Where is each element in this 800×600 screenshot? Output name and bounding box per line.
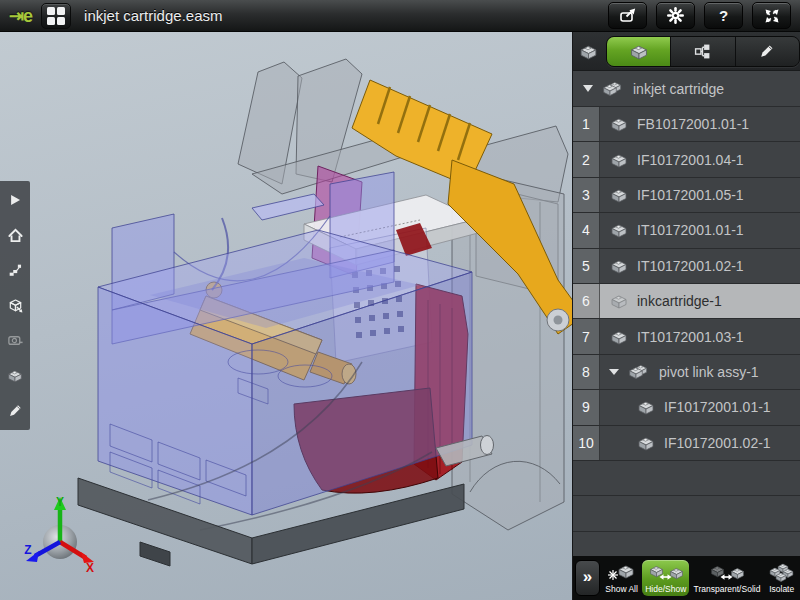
collapse-panel-button[interactable]: » xyxy=(575,560,600,596)
grid-dot xyxy=(47,7,55,15)
help-icon: ? xyxy=(719,7,728,24)
help-button[interactable]: ? xyxy=(704,2,743,29)
component-tree: inkjet cartridge 1 FB10172001.01-1 2 IF1… xyxy=(573,71,800,556)
components-panel: inkjet cartridge 1 FB10172001.01-1 2 IF1… xyxy=(572,32,800,600)
top-bar-actions: ? xyxy=(608,2,791,29)
row-number: 9 xyxy=(573,390,600,424)
components-button[interactable] xyxy=(6,367,24,385)
actions-group: Show All Hide/Show xyxy=(601,560,800,596)
tree-row[interactable]: 4 IT10172001.01-1 xyxy=(573,213,800,248)
explode-view-button[interactable] xyxy=(6,296,24,314)
row-number: 10 xyxy=(573,426,600,460)
home-view-button[interactable] xyxy=(6,226,24,244)
part-label: IF10172001.05-1 xyxy=(637,187,744,203)
row-number: 6 xyxy=(573,284,600,318)
part-label: IT10172001.03-1 xyxy=(637,329,744,345)
grid-dot xyxy=(47,17,55,25)
disclosure-triangle-icon[interactable] xyxy=(609,369,619,375)
empty-row xyxy=(573,461,800,497)
tree-row-child[interactable]: 9 IF10172001.01-1 xyxy=(573,390,800,425)
part-label: IT10172001.01-1 xyxy=(637,222,744,238)
grid-dot xyxy=(57,7,65,15)
double-chevron-icon: » xyxy=(583,567,592,587)
action-label: Hide/Show xyxy=(645,584,686,594)
part-label: IF10172001.01-1 xyxy=(664,399,771,415)
top-bar: ⇥e inkjet cartridge.easm xyxy=(0,0,800,32)
markup-tab-icon xyxy=(759,43,775,59)
part-icon xyxy=(609,152,629,168)
part-icon-hidden xyxy=(609,293,629,309)
fullscreen-button[interactable] xyxy=(752,2,791,29)
tree-row-child[interactable]: 10 IF10172001.02-1 xyxy=(573,426,800,461)
tree-row[interactable]: 5 IT10172001.02-1 xyxy=(573,249,800,284)
part-label: IT10172001.02-1 xyxy=(637,258,744,274)
panel-tabs xyxy=(606,36,800,67)
components-brick-icon xyxy=(578,43,599,60)
home-icon xyxy=(7,227,24,244)
tree-view-tab-icon xyxy=(694,43,711,60)
part-icon xyxy=(636,399,656,415)
part-icon xyxy=(609,116,629,132)
edrawings-logo: ⇥e xyxy=(9,5,32,27)
fullscreen-icon xyxy=(764,8,780,24)
markup-button[interactable] xyxy=(6,402,24,420)
step-through-button[interactable] xyxy=(6,261,24,279)
part-label: IF10172001.02-1 xyxy=(664,435,771,451)
tree-row[interactable]: 8 pivot link assy-1 xyxy=(573,355,800,390)
play-button[interactable] xyxy=(6,191,24,209)
disclosure-triangle-icon[interactable] xyxy=(583,85,593,92)
empty-row xyxy=(573,532,800,556)
part-icon xyxy=(609,222,629,238)
tree-row[interactable]: 7 IT10172001.03-1 xyxy=(573,319,800,354)
display-actions-bar: » Show All xyxy=(573,556,800,600)
tree-root-label: inkjet cartridge xyxy=(633,81,724,97)
play-icon xyxy=(8,193,22,207)
share-button[interactable] xyxy=(608,2,647,29)
action-label: Show All xyxy=(605,584,638,594)
share-icon xyxy=(619,8,637,23)
row-number: 1 xyxy=(573,107,600,141)
measure-button[interactable] xyxy=(6,332,24,350)
part-label: IF10172001.04-1 xyxy=(637,152,744,168)
tab-markup[interactable] xyxy=(736,37,799,66)
tree-row-selected[interactable]: 6 inkcartridge-1 xyxy=(573,284,800,319)
tab-components[interactable] xyxy=(607,37,671,66)
show-all-icon xyxy=(607,562,637,583)
tree-root-row[interactable]: inkjet cartridge xyxy=(573,71,800,107)
axis-triad: Y X Z xyxy=(22,492,98,584)
document-title: inkjet cartridge.easm xyxy=(84,7,222,24)
components-icon xyxy=(6,368,24,383)
triad-x-label: X xyxy=(86,561,94,575)
step-through-icon xyxy=(7,262,23,278)
transparent-solid-icon xyxy=(709,562,745,583)
part-label: inkcartridge-1 xyxy=(637,293,722,309)
action-label: Isolate xyxy=(769,584,794,594)
transparent-solid-button[interactable]: Transparent/Solid xyxy=(691,560,764,596)
row-number: 4 xyxy=(573,213,600,247)
row-number: 3 xyxy=(573,178,600,212)
grid-dot xyxy=(57,17,65,25)
tab-tree-view[interactable] xyxy=(671,37,735,66)
tree-row[interactable]: 3 IF10172001.05-1 xyxy=(573,178,800,213)
tree-row[interactable]: 1 FB10172001.01-1 xyxy=(573,107,800,142)
3d-viewport[interactable]: Y X Z xyxy=(0,32,572,600)
components-tab-icon xyxy=(628,43,650,60)
assembly-icon xyxy=(601,80,625,98)
assembly-icon xyxy=(627,363,651,381)
part-icon xyxy=(636,435,656,451)
triad-z-label: Z xyxy=(24,543,31,557)
panel-header xyxy=(573,32,800,71)
grid-apps-icon[interactable] xyxy=(41,3,71,29)
settings-button[interactable] xyxy=(656,2,695,29)
tree-row[interactable]: 2 IF10172001.04-1 xyxy=(573,142,800,177)
measure-icon xyxy=(7,332,24,349)
row-number: 5 xyxy=(573,249,600,283)
part-label: pivot link assy-1 xyxy=(659,364,759,380)
triad-y-label: Y xyxy=(56,495,64,509)
part-icon xyxy=(609,329,629,345)
isolate-button[interactable]: Isolate xyxy=(765,560,799,596)
isolate-icon xyxy=(768,562,796,583)
show-all-button[interactable]: Show All xyxy=(602,560,641,596)
hide-show-button[interactable]: Hide/Show xyxy=(642,560,689,596)
row-number: 8 xyxy=(573,355,600,389)
